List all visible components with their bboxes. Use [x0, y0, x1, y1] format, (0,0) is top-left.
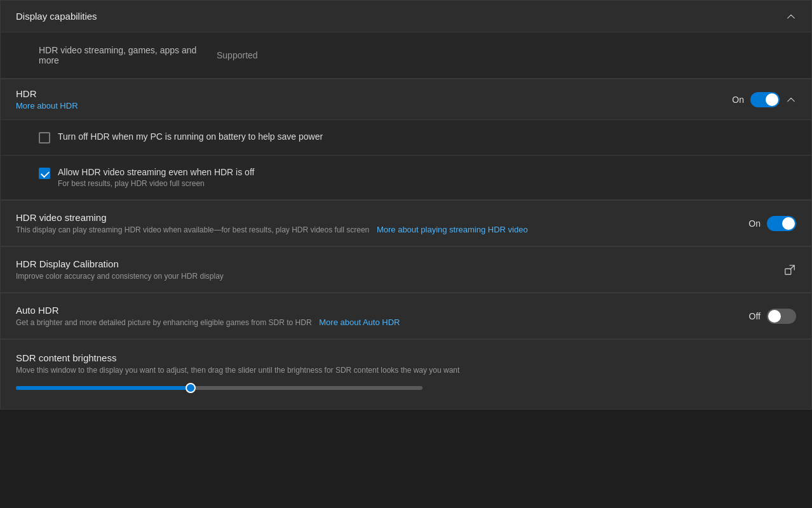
sdr-brightness-slider-fill [16, 386, 191, 390]
streaming-checkbox[interactable] [39, 168, 50, 179]
hdr-calibration-left: HDR Display Calibration Improve color ac… [16, 258, 224, 281]
hdr-video-streaming-section: HDR video streaming This display can pla… [0, 200, 812, 246]
auto-hdr-left: Auto HDR Get a brighter and more detaile… [16, 305, 400, 327]
auto-hdr-row: Auto HDR Get a brighter and more detaile… [1, 293, 811, 338]
sdr-brightness-title: SDR content brightness [16, 352, 796, 363]
hdr-header: HDR More about HDR On [1, 79, 811, 119]
hdr-capability-value: Supported [217, 50, 258, 60]
auto-hdr-section: Auto HDR Get a brighter and more detaile… [0, 293, 812, 339]
display-capabilities-section: Display capabilities HDR video streaming… [0, 0, 812, 79]
auto-hdr-desc-area: Get a brighter and more detailed picture… [16, 317, 400, 327]
battery-checkbox-label: Turn off HDR when my PC is running on ba… [58, 131, 323, 142]
battery-checkbox-row: Turn off HDR when my PC is running on ba… [1, 119, 811, 155]
hdr-video-streaming-desc: This display can play streaming HDR vide… [16, 225, 369, 234]
hdr-video-streaming-link[interactable]: More about playing streaming HDR video [377, 225, 528, 234]
streaming-checkbox-label: Allow HDR video streaming even when HDR … [58, 167, 254, 177]
auto-hdr-toggle-knob [768, 310, 781, 323]
sdr-brightness-slider-thumb[interactable] [186, 383, 196, 393]
streaming-checkbox-sublabel: For best results, play HDR video full sc… [58, 179, 254, 188]
display-capabilities-header[interactable]: Display capabilities [1, 1, 811, 32]
hdr-chevron-up-icon [786, 95, 796, 105]
battery-checkbox[interactable] [39, 132, 50, 144]
auto-hdr-toggle-area: Off [749, 309, 796, 324]
hdr-video-streaming-desc-space [372, 224, 374, 234]
hdr-calibration-row[interactable]: HDR Display Calibration Improve color ac… [1, 246, 811, 292]
auto-hdr-desc-space [314, 317, 316, 327]
hdr-video-streaming-toggle-label: On [748, 218, 761, 229]
sdr-brightness-slider-track[interactable] [16, 386, 423, 390]
sdr-brightness-section: SDR content brightness Move this window … [0, 339, 812, 410]
auto-hdr-title: Auto HDR [16, 305, 400, 316]
display-capabilities-title: Display capabilities [16, 11, 97, 22]
streaming-checkbox-text: Allow HDR video streaming even when HDR … [58, 167, 254, 188]
auto-hdr-desc: Get a brighter and more detailed picture… [16, 318, 312, 327]
hdr-title: HDR [16, 88, 78, 99]
hdr-toggle-area: On [732, 92, 796, 107]
battery-checkbox-text: Turn off HDR when my PC is running on ba… [58, 131, 323, 142]
hdr-video-streaming-row: HDR video streaming This display can pla… [1, 200, 811, 246]
auto-hdr-toggle[interactable] [767, 309, 796, 324]
hdr-toggle[interactable] [750, 92, 780, 107]
hdr-section: HDR More about HDR On Turn off HDR when … [0, 79, 812, 200]
auto-hdr-toggle-label: Off [749, 311, 761, 321]
streaming-checkbox-row: Allow HDR video streaming even when HDR … [1, 155, 811, 199]
hdr-toggle-knob [766, 93, 778, 106]
sdr-brightness-desc: Move this window to the display you want… [16, 366, 588, 375]
hdr-capability-label: HDR video streaming, games, apps and mor… [39, 45, 217, 65]
hdr-calibration-section: HDR Display Calibration Improve color ac… [0, 246, 812, 293]
external-link-icon [783, 264, 796, 276]
hdr-calibration-right [783, 264, 796, 276]
hdr-video-streaming-toggle[interactable] [767, 216, 796, 231]
hdr-more-link[interactable]: More about HDR [16, 101, 78, 110]
hdr-capability-row: HDR video streaming, games, apps and mor… [1, 32, 811, 78]
hdr-video-streaming-desc-area: This display can play streaming HDR vide… [16, 224, 528, 234]
hdr-toggle-label: On [732, 95, 744, 105]
hdr-calibration-desc: Improve color accuracy and consistency o… [16, 272, 224, 281]
hdr-video-streaming-toggle-knob [782, 217, 795, 230]
hdr-calibration-title: HDR Display Calibration [16, 258, 224, 269]
hdr-left-content: HDR More about HDR [16, 88, 78, 110]
hdr-video-streaming-left: HDR video streaming This display can pla… [16, 212, 528, 234]
auto-hdr-link[interactable]: More about Auto HDR [319, 318, 400, 327]
chevron-up-icon [786, 11, 796, 22]
hdr-video-streaming-toggle-area: On [748, 216, 796, 231]
hdr-video-streaming-title: HDR video streaming [16, 212, 528, 223]
sdr-brightness-content: SDR content brightness Move this window … [1, 339, 811, 409]
